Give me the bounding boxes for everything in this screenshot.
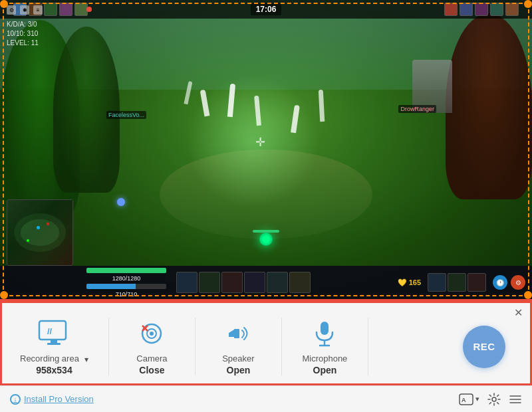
- recording-area-label-row: Recording area ▾: [20, 354, 88, 365]
- rec-button-label: REC: [473, 341, 495, 352]
- recording-area-dropdown[interactable]: ▾: [84, 355, 88, 364]
- minimap: [7, 199, 73, 266]
- text-badge-button[interactable]: A ▾: [459, 393, 479, 405]
- player-tag-left: FacelessVo...: [106, 111, 146, 119]
- microphone-label: Microphone: [302, 354, 347, 363]
- speaker-control: Speaker Open: [196, 318, 282, 375]
- camera-icon[interactable]: [136, 318, 168, 350]
- speaker-status: Open: [227, 365, 251, 375]
- svg-marker-9: [229, 330, 234, 337]
- rec-button-container: REC: [463, 326, 505, 368]
- svg-rect-0: [39, 321, 66, 340]
- install-icon: ↓: [10, 394, 21, 405]
- camera-control: Camera Close: [109, 318, 196, 375]
- settings-button[interactable]: [487, 393, 501, 406]
- controls-row: // Recording area ▾ 958x534: [0, 301, 532, 385]
- settings-icon: [487, 393, 501, 406]
- svg-rect-3: [47, 343, 61, 345]
- game-screenshot: FacelessVo... DrowRanger 17:06: [0, 0, 532, 299]
- control-panel: ✕ // Recording area ▾ 958x534: [0, 299, 532, 412]
- corner-handle-br[interactable]: [524, 291, 532, 299]
- speaker-label: Speaker: [222, 354, 254, 363]
- speaker-icon[interactable]: [222, 318, 254, 350]
- speaker-svg: [222, 320, 254, 347]
- text-badge-icon: A: [459, 393, 473, 405]
- microphone-svg: [309, 319, 340, 348]
- svg-text:A: A: [462, 397, 466, 403]
- svg-rect-11: [321, 322, 329, 335]
- svg-text://: //: [47, 326, 53, 336]
- corner-handle-tl[interactable]: [0, 0, 8, 8]
- camera-svg: [136, 320, 168, 347]
- hud-bottom-bar: 1280/1280 710/710 💛 165 🕐 ⚙: [0, 266, 532, 299]
- svg-rect-10: [234, 329, 239, 338]
- microphone-status: Open: [313, 365, 337, 375]
- recording-area-control: // Recording area ▾ 958x534: [13, 318, 109, 375]
- microphone-icon[interactable]: [309, 318, 340, 350]
- svg-point-6: [150, 332, 154, 336]
- menu-button[interactable]: [509, 394, 522, 405]
- camera-label: Camera: [136, 354, 167, 363]
- recording-area-value: 958x534: [36, 365, 72, 375]
- player-tag-right: DrowRanger: [398, 105, 436, 113]
- svg-point-16: [492, 397, 496, 401]
- install-pro-label: Install Pro Version: [24, 394, 94, 404]
- crosshair: [255, 135, 269, 148]
- menu-icon: [509, 394, 522, 405]
- hud-stats: K/D/A: 3/0 10/10: 310 LEVEL: 11: [7, 20, 39, 48]
- toolbar-right-icons: A ▾: [459, 393, 522, 406]
- gold-display: 💛 165: [398, 278, 421, 287]
- bottom-toolbar: ↓ Install Pro Version A ▾: [0, 385, 532, 412]
- monitor-icon: //: [38, 320, 70, 348]
- camera-status: Close: [139, 365, 164, 375]
- hud-top-bar: 17:06: [0, 0, 532, 19]
- recording-area-icon[interactable]: //: [38, 318, 70, 350]
- corner-handle-tr[interactable]: [524, 0, 532, 8]
- svg-rect-2: [51, 340, 57, 343]
- close-button[interactable]: ✕: [512, 306, 524, 318]
- system-tray: ⚙ ✱ ≡: [7, 5, 43, 15]
- game-timer: 17:06: [251, 3, 282, 15]
- microphone-control: Microphone Open: [282, 318, 368, 375]
- recording-area-label: Recording area: [20, 354, 79, 363]
- corner-handle-bl[interactable]: [0, 291, 8, 299]
- install-pro-link[interactable]: ↓ Install Pro Version: [10, 394, 94, 405]
- rec-button[interactable]: REC: [463, 326, 505, 368]
